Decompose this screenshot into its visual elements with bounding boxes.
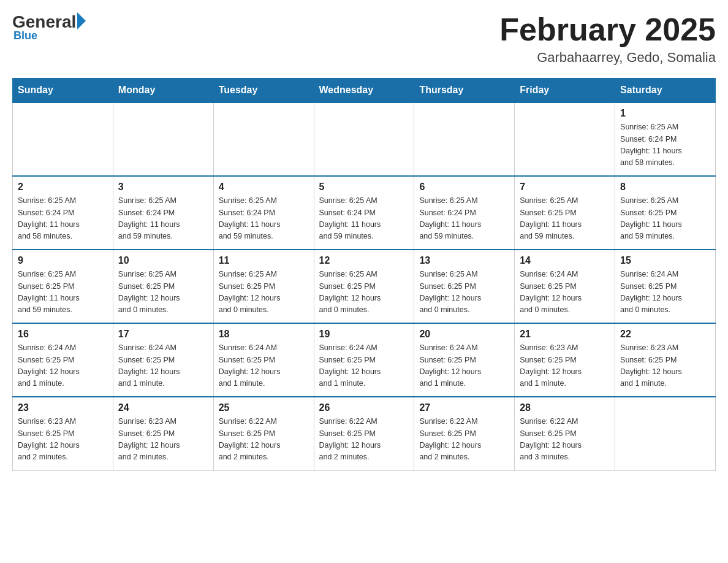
calendar-header-row: SundayMondayTuesdayWednesdayThursdayFrid…: [13, 79, 716, 103]
day-number: 16: [18, 329, 108, 340]
day-info: Sunrise: 6:24 AM Sunset: 6:25 PM Dayligh…: [620, 269, 710, 316]
day-number: 19: [319, 329, 409, 340]
day-info: Sunrise: 6:25 AM Sunset: 6:24 PM Dayligh…: [419, 195, 509, 243]
calendar-cell: [314, 102, 414, 176]
calendar-cell: 2Sunrise: 6:25 AM Sunset: 6:24 PM Daylig…: [13, 176, 113, 250]
day-number: 20: [419, 329, 509, 340]
calendar-cell: 18Sunrise: 6:24 AM Sunset: 6:25 PM Dayli…: [213, 323, 314, 397]
calendar-week-row: 1Sunrise: 6:25 AM Sunset: 6:24 PM Daylig…: [13, 102, 716, 176]
day-number: 2: [18, 182, 108, 193]
day-number: 28: [520, 402, 610, 413]
day-info: Sunrise: 6:24 AM Sunset: 6:25 PM Dayligh…: [18, 342, 108, 390]
calendar-cell: 7Sunrise: 6:25 AM Sunset: 6:25 PM Daylig…: [515, 176, 615, 250]
day-number: 27: [419, 402, 509, 413]
calendar-cell: [13, 102, 113, 176]
calendar-cell: 28Sunrise: 6:22 AM Sunset: 6:25 PM Dayli…: [515, 397, 615, 470]
logo-blue-text: Blue: [13, 29, 37, 42]
calendar-cell: 8Sunrise: 6:25 AM Sunset: 6:25 PM Daylig…: [615, 176, 716, 250]
day-number: 1: [620, 108, 710, 119]
month-year-title: February 2025: [499, 12, 716, 47]
calendar-week-row: 9Sunrise: 6:25 AM Sunset: 6:25 PM Daylig…: [13, 250, 716, 323]
day-info: Sunrise: 6:25 AM Sunset: 6:24 PM Dayligh…: [620, 121, 710, 169]
page-header: General Blue February 2025 Garbahaarrey,…: [12, 12, 716, 66]
calendar-cell: 13Sunrise: 6:25 AM Sunset: 6:25 PM Dayli…: [414, 250, 515, 323]
calendar-cell: 25Sunrise: 6:22 AM Sunset: 6:25 PM Dayli…: [213, 397, 314, 470]
day-info: Sunrise: 6:24 AM Sunset: 6:25 PM Dayligh…: [419, 342, 509, 390]
calendar-cell: 5Sunrise: 6:25 AM Sunset: 6:24 PM Daylig…: [314, 176, 414, 250]
calendar-cell: 17Sunrise: 6:24 AM Sunset: 6:25 PM Dayli…: [113, 323, 213, 397]
day-info: Sunrise: 6:22 AM Sunset: 6:25 PM Dayligh…: [219, 416, 309, 464]
day-info: Sunrise: 6:25 AM Sunset: 6:25 PM Dayligh…: [118, 269, 208, 316]
calendar-cell: [113, 102, 213, 176]
day-info: Sunrise: 6:23 AM Sunset: 6:25 PM Dayligh…: [18, 416, 108, 464]
day-number: 3: [118, 182, 208, 193]
weekday-header-wednesday: Wednesday: [314, 79, 414, 103]
day-info: Sunrise: 6:25 AM Sunset: 6:25 PM Dayligh…: [620, 195, 710, 243]
calendar-cell: 19Sunrise: 6:24 AM Sunset: 6:25 PM Dayli…: [314, 323, 414, 397]
calendar-cell: 22Sunrise: 6:23 AM Sunset: 6:25 PM Dayli…: [615, 323, 716, 397]
day-info: Sunrise: 6:23 AM Sunset: 6:25 PM Dayligh…: [620, 342, 710, 390]
day-number: 21: [520, 329, 610, 340]
day-number: 9: [18, 255, 108, 266]
calendar-cell: 11Sunrise: 6:25 AM Sunset: 6:25 PM Dayli…: [213, 250, 314, 323]
calendar-cell: 1Sunrise: 6:25 AM Sunset: 6:24 PM Daylig…: [615, 102, 716, 176]
day-number: 25: [219, 402, 309, 413]
day-number: 23: [18, 402, 108, 413]
day-number: 10: [118, 255, 208, 266]
day-number: 15: [620, 255, 710, 266]
calendar-week-row: 2Sunrise: 6:25 AM Sunset: 6:24 PM Daylig…: [13, 176, 716, 250]
day-number: 5: [319, 182, 409, 193]
calendar-cell: 4Sunrise: 6:25 AM Sunset: 6:24 PM Daylig…: [213, 176, 314, 250]
calendar-cell: [615, 397, 716, 470]
day-info: Sunrise: 6:23 AM Sunset: 6:25 PM Dayligh…: [520, 342, 610, 390]
calendar-week-row: 23Sunrise: 6:23 AM Sunset: 6:25 PM Dayli…: [13, 397, 716, 470]
day-number: 7: [520, 182, 610, 193]
day-number: 11: [219, 255, 309, 266]
day-info: Sunrise: 6:24 AM Sunset: 6:25 PM Dayligh…: [118, 342, 208, 390]
day-info: Sunrise: 6:25 AM Sunset: 6:25 PM Dayligh…: [520, 195, 610, 243]
day-info: Sunrise: 6:25 AM Sunset: 6:25 PM Dayligh…: [319, 269, 409, 316]
day-info: Sunrise: 6:25 AM Sunset: 6:24 PM Dayligh…: [18, 195, 108, 243]
calendar-table: SundayMondayTuesdayWednesdayThursdayFrid…: [12, 78, 716, 471]
day-info: Sunrise: 6:24 AM Sunset: 6:25 PM Dayligh…: [520, 269, 610, 316]
day-info: Sunrise: 6:24 AM Sunset: 6:25 PM Dayligh…: [219, 342, 309, 390]
calendar-cell: [414, 102, 515, 176]
weekday-header-monday: Monday: [113, 79, 213, 103]
calendar-cell: 26Sunrise: 6:22 AM Sunset: 6:25 PM Dayli…: [314, 397, 414, 470]
day-info: Sunrise: 6:25 AM Sunset: 6:24 PM Dayligh…: [319, 195, 409, 243]
weekday-header-sunday: Sunday: [13, 79, 113, 103]
weekday-header-friday: Friday: [515, 79, 615, 103]
weekday-header-tuesday: Tuesday: [213, 79, 314, 103]
calendar-week-row: 16Sunrise: 6:24 AM Sunset: 6:25 PM Dayli…: [13, 323, 716, 397]
logo: General Blue: [12, 12, 86, 42]
calendar-cell: 20Sunrise: 6:24 AM Sunset: 6:25 PM Dayli…: [414, 323, 515, 397]
day-info: Sunrise: 6:24 AM Sunset: 6:25 PM Dayligh…: [319, 342, 409, 390]
location-subtitle: Garbahaarrey, Gedo, Somalia: [499, 50, 716, 66]
day-info: Sunrise: 6:22 AM Sunset: 6:25 PM Dayligh…: [319, 416, 409, 464]
day-number: 22: [620, 329, 710, 340]
day-info: Sunrise: 6:22 AM Sunset: 6:25 PM Dayligh…: [520, 416, 610, 464]
day-number: 14: [520, 255, 610, 266]
day-number: 17: [118, 329, 208, 340]
weekday-header-saturday: Saturday: [615, 79, 716, 103]
calendar-cell: 21Sunrise: 6:23 AM Sunset: 6:25 PM Dayli…: [515, 323, 615, 397]
calendar-cell: 24Sunrise: 6:23 AM Sunset: 6:25 PM Dayli…: [113, 397, 213, 470]
logo-triangle-icon: [77, 12, 86, 29]
day-number: 18: [219, 329, 309, 340]
calendar-cell: 6Sunrise: 6:25 AM Sunset: 6:24 PM Daylig…: [414, 176, 515, 250]
weekday-header-thursday: Thursday: [414, 79, 515, 103]
day-info: Sunrise: 6:22 AM Sunset: 6:25 PM Dayligh…: [419, 416, 509, 464]
day-info: Sunrise: 6:25 AM Sunset: 6:24 PM Dayligh…: [118, 195, 208, 243]
calendar-cell: 16Sunrise: 6:24 AM Sunset: 6:25 PM Dayli…: [13, 323, 113, 397]
calendar-cell: 15Sunrise: 6:24 AM Sunset: 6:25 PM Dayli…: [615, 250, 716, 323]
calendar-cell: 9Sunrise: 6:25 AM Sunset: 6:25 PM Daylig…: [13, 250, 113, 323]
day-number: 6: [419, 182, 509, 193]
day-info: Sunrise: 6:25 AM Sunset: 6:25 PM Dayligh…: [18, 269, 108, 316]
calendar-cell: 23Sunrise: 6:23 AM Sunset: 6:25 PM Dayli…: [13, 397, 113, 470]
day-number: 24: [118, 402, 208, 413]
calendar-cell: 10Sunrise: 6:25 AM Sunset: 6:25 PM Dayli…: [113, 250, 213, 323]
calendar-cell: 3Sunrise: 6:25 AM Sunset: 6:24 PM Daylig…: [113, 176, 213, 250]
day-number: 26: [319, 402, 409, 413]
day-number: 4: [219, 182, 309, 193]
day-number: 12: [319, 255, 409, 266]
